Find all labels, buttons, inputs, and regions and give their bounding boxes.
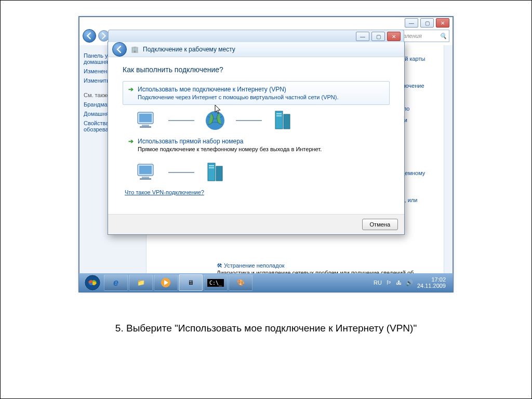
dialog-minimize-button[interactable]: — xyxy=(356,32,369,41)
tray-volume-icon[interactable]: 🔊 xyxy=(406,280,413,286)
start-button[interactable] xyxy=(82,274,103,291)
diagram-dialup xyxy=(135,162,390,183)
connection-line xyxy=(168,120,194,121)
right-partial-links: ной карты ключение н е по ети одемному а… xyxy=(398,50,445,208)
option-vpn-title: Использовать мое подключение к Интернету… xyxy=(138,86,286,93)
dialog-body: Как выполнить подключение? ➔ Использоват… xyxy=(108,57,404,203)
computer-icon xyxy=(135,110,160,131)
svg-rect-7 xyxy=(276,113,282,114)
computer-icon xyxy=(135,162,160,183)
cursor-icon xyxy=(215,104,222,114)
connection-line xyxy=(168,172,194,173)
taskbar-control-panel[interactable]: 🖥 xyxy=(179,274,203,291)
wizard-dialog: — ▢ ✕ 🏢 Подключение к рабочему месту Как… xyxy=(108,42,405,235)
svg-rect-6 xyxy=(284,114,290,129)
tray-network-icon[interactable]: 🖧 xyxy=(396,280,402,286)
rlink-1[interactable]: ной карты xyxy=(398,56,445,62)
cancel-button[interactable]: Отмена xyxy=(362,219,398,230)
option-vpn-sub: Подключение через Интернет с помощью вир… xyxy=(138,94,384,100)
svg-rect-8 xyxy=(276,115,282,116)
dialog-back-button[interactable] xyxy=(112,42,127,57)
troubleshoot-icon: 🛠 xyxy=(217,262,222,269)
arrow-right-icon: ➔ xyxy=(128,86,134,93)
paint-icon: 🎨 xyxy=(237,279,245,286)
scrollbar[interactable] xyxy=(444,45,453,291)
svg-rect-2 xyxy=(142,125,149,126)
dialog-header: 🏢 Подключение к рабочему месту xyxy=(108,42,404,57)
taskbar-ie[interactable]: e xyxy=(104,274,128,291)
cmd-icon: C:\_ xyxy=(207,279,224,287)
diagram-vpn xyxy=(135,110,390,131)
dialog-question: Как выполнить подключение? xyxy=(123,65,390,74)
taskbar-explorer[interactable]: 📁 xyxy=(129,274,153,291)
dialog-close-button[interactable]: ✕ xyxy=(387,32,401,41)
screenshot-area: — ▢ ✕ ⓦ ▾ 🖧 Сеть и Интер... ▸ Центр упра… xyxy=(78,16,454,292)
svg-rect-3 xyxy=(140,126,151,128)
window-controls: — ▢ ✕ xyxy=(405,18,449,28)
svg-rect-12 xyxy=(140,178,151,180)
svg-rect-11 xyxy=(142,177,149,178)
option-dialup-sub: Прямое подключение к телефонному номеру … xyxy=(138,146,384,152)
vpn-help-link[interactable]: Что такое VPN-подключение? xyxy=(125,189,390,195)
tray-lang[interactable]: RU xyxy=(374,280,382,286)
rlink-5[interactable]: ети xyxy=(398,117,445,123)
rlink-4[interactable]: е по xyxy=(398,105,445,112)
ie-icon: e xyxy=(113,277,118,288)
system-tray: RU 🏳 🖧 🔊 17:02 24.11.2009 xyxy=(369,276,450,289)
maximize-button[interactable]: ▢ xyxy=(420,18,434,28)
close-button[interactable]: ✕ xyxy=(436,18,449,28)
dialog-titlebar-chrome: — ▢ ✕ xyxy=(108,30,404,43)
dialog-maximize-button[interactable]: ▢ xyxy=(371,32,385,41)
svg-rect-14 xyxy=(216,166,222,181)
tray-time: 17:02 xyxy=(417,276,446,283)
taskbar: e 📁 🖥 C:\_ 🎨 RU 🏳 🖧 🔊 17:02 24.11.2009 xyxy=(79,273,453,292)
svg-rect-1 xyxy=(139,114,152,122)
svg-point-4 xyxy=(206,111,224,130)
dialog-window-controls: — ▢ ✕ xyxy=(356,32,401,41)
server-icon xyxy=(203,162,228,183)
workplace-icon: 🏢 xyxy=(131,46,139,53)
nav-back-button[interactable] xyxy=(83,29,96,43)
folder-icon: 📁 xyxy=(137,279,145,286)
dialog-title: Подключение к рабочему месту xyxy=(143,46,235,53)
tray-flag-icon[interactable]: 🏳 xyxy=(386,280,392,286)
rlink-7[interactable]: ах, или xyxy=(398,197,445,203)
document-frame: — ▢ ✕ ⓦ ▾ 🖧 Сеть и Интер... ▸ Центр упра… xyxy=(0,0,532,399)
search-icon: 🔍 xyxy=(440,33,447,39)
rlink-6[interactable]: одемному xyxy=(398,170,445,176)
step-caption: 5. Выберите "Использовать мое подключени… xyxy=(1,323,531,334)
taskbar-paint[interactable]: 🎨 xyxy=(229,274,252,291)
tray-clock[interactable]: 17:02 24.11.2009 xyxy=(417,276,446,289)
option-dialup[interactable]: ➔ Использовать прямой набор номера Прямо… xyxy=(123,133,390,157)
tray-date: 24.11.2009 xyxy=(417,283,446,289)
svg-rect-16 xyxy=(209,167,214,168)
svg-rect-10 xyxy=(139,166,152,174)
minimize-button[interactable]: — xyxy=(405,18,418,28)
server-icon xyxy=(270,110,295,131)
taskbar-cmd[interactable]: C:\_ xyxy=(204,274,228,291)
rlink-2[interactable]: ключение xyxy=(398,83,445,89)
arrow-right-icon: ➔ xyxy=(128,138,134,145)
option-vpn[interactable]: ➔ Использовать мое подключение к Интерне… xyxy=(123,81,390,105)
troubleshoot-title: Устранение неполадок xyxy=(224,262,285,269)
connection-line-2 xyxy=(236,120,262,121)
svg-rect-15 xyxy=(209,165,214,166)
taskbar-wmp[interactable] xyxy=(154,274,178,291)
control-panel-icon: 🖥 xyxy=(188,279,194,286)
dialog-footer: Отмена xyxy=(108,214,404,234)
rlink-3[interactable]: н xyxy=(398,94,445,100)
option-dialup-title: Использовать прямой набор номера xyxy=(138,138,243,145)
